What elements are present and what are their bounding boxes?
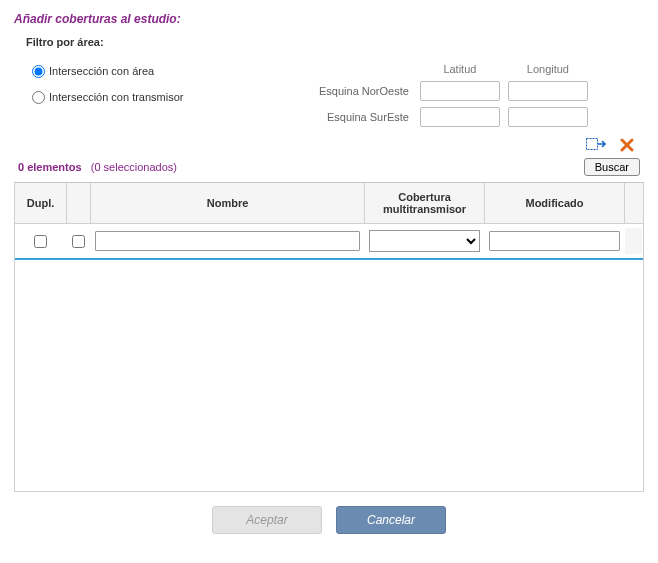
svg-rect-0	[587, 139, 598, 150]
results-grid: Dupl. Nombre Cobertura multitransmisor M…	[14, 182, 644, 492]
delete-icon[interactable]	[620, 138, 634, 152]
cancel-button[interactable]: Cancelar	[336, 506, 446, 534]
radio-tx-option[interactable]: Intersección con transmisor	[32, 84, 312, 110]
nombre-filter-input[interactable]	[95, 231, 360, 251]
coords-grid: Latitud Longitud Esquina NorOeste Esquin…	[312, 58, 644, 132]
grid-header-row: Dupl. Nombre Cobertura multitransmisor M…	[15, 183, 643, 224]
radio-group: Intersección con área Intersección con t…	[32, 58, 312, 110]
row-nw-label: Esquina NorOeste	[318, 80, 413, 102]
nw-lon-input[interactable]	[508, 81, 588, 101]
coords-toolbar	[14, 138, 634, 152]
radio-area-label: Intersección con área	[49, 65, 154, 77]
radio-area[interactable]	[32, 65, 45, 78]
col-dupl-header[interactable]: Dupl.	[15, 183, 67, 223]
col-nombre-header[interactable]: Nombre	[91, 183, 365, 223]
col-lat-header: Latitud	[419, 62, 501, 76]
status-count: 0 elementos	[18, 161, 82, 173]
modificado-filter-input[interactable]	[489, 231, 620, 251]
dialog-title: Añadir coberturas al estudio:	[14, 12, 644, 26]
accept-button: Aceptar	[212, 506, 322, 534]
radio-tx[interactable]	[32, 91, 45, 104]
col-modificado-header[interactable]: Modificado	[485, 183, 625, 223]
status-row: 0 elementos (0 seleccionados) Buscar	[18, 158, 640, 176]
dialog-footer: Aceptar Cancelar	[14, 492, 644, 542]
select-all-checkbox[interactable]	[72, 235, 85, 248]
search-button[interactable]: Buscar	[584, 158, 640, 176]
col-check-header	[67, 183, 91, 223]
se-lon-input[interactable]	[508, 107, 588, 127]
multi-filter-select[interactable]	[369, 230, 480, 252]
filter-section: Intersección con área Intersección con t…	[14, 58, 644, 132]
col-lon-header: Longitud	[507, 62, 589, 76]
se-lat-input[interactable]	[420, 107, 500, 127]
grid-body	[15, 260, 643, 492]
radio-tx-label: Intersección con transmisor	[49, 91, 184, 103]
col-multi-header[interactable]: Cobertura multitransmisor	[365, 183, 485, 223]
expand-selection-icon[interactable]	[586, 138, 608, 152]
nw-lat-input[interactable]	[420, 81, 500, 101]
status-text: 0 elementos (0 seleccionados)	[18, 161, 177, 173]
status-selected: (0 seleccionados)	[91, 161, 177, 173]
grid-filter-row	[15, 224, 643, 260]
filter-scroll-spacer	[625, 228, 643, 254]
filter-heading: Filtro por área:	[26, 36, 644, 48]
col-scroll-spacer	[625, 183, 643, 223]
radio-area-option[interactable]: Intersección con área	[32, 58, 312, 84]
dupl-filter-checkbox[interactable]	[34, 235, 47, 248]
row-se-label: Esquina SurEste	[318, 106, 413, 128]
